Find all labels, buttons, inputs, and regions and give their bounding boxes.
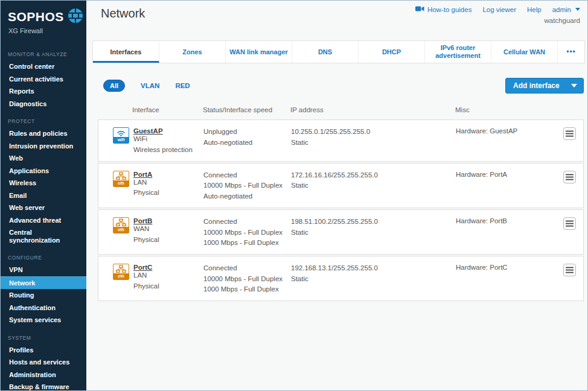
- table-header: Interface Status/Interface speed IP addr…: [98, 102, 584, 119]
- interface-filters: All VLAN RED: [103, 80, 190, 92]
- row-menu-button[interactable]: [563, 127, 576, 140]
- sidebar-item-backup-firmware[interactable]: Backup & firmware: [1, 381, 86, 390]
- brand-logo: SOPHOS: [1, 5, 86, 26]
- misc-value: PortC: [490, 264, 507, 271]
- hamburger-icon: [566, 130, 574, 137]
- sidebar-nav: MONITOR & ANALYZE Control centerCurrent …: [1, 49, 86, 390]
- tab-more-button[interactable]: •••: [558, 41, 584, 63]
- tab-bar: InterfacesZonesWAN link managerDNSDHCPIP…: [92, 40, 585, 63]
- sidebar-item-profiles[interactable]: Profiles: [1, 344, 86, 357]
- hamburger-icon: [566, 174, 574, 180]
- tab-cellular-wan[interactable]: Cellular WAN: [491, 41, 558, 63]
- sidebar-section: PROTECT Rules and policiesIntrusion prev…: [1, 116, 86, 246]
- interface-name-link[interactable]: PortC: [133, 264, 152, 271]
- add-interface-button[interactable]: Add interface: [505, 78, 584, 94]
- hamburger-icon: [566, 220, 574, 227]
- sidebar-section-items: ProfilesHosts and servicesAdministration…: [1, 344, 86, 391]
- top-links: How-to guides Log viewer Help admin watc…: [415, 5, 580, 24]
- how-to-guides-link[interactable]: How-to guides: [415, 5, 472, 13]
- filter-vlan[interactable]: VLAN: [141, 82, 159, 89]
- controls-row: All VLAN RED Add interface: [103, 78, 584, 94]
- misc-label: Hardware:: [456, 217, 488, 224]
- row-menu-button[interactable]: [563, 171, 576, 183]
- column-misc: Misc: [455, 106, 560, 115]
- sidebar-section-items: Rules and policiesIntrusion preventionWe…: [1, 127, 86, 246]
- interface-row: eth PortB WANPhysical Connected10000 Mbp…: [98, 209, 584, 255]
- filter-all[interactable]: All: [103, 80, 125, 92]
- sidebar-item-email[interactable]: Email: [1, 189, 86, 202]
- sidebar-item-system-services[interactable]: System services: [1, 314, 86, 326]
- sidebar-section-title: MONITOR & ANALYZE: [1, 49, 86, 60]
- interface-name-link[interactable]: PortB: [133, 217, 152, 224]
- row-menu-button[interactable]: [563, 264, 576, 276]
- interface-table: wifi GuestAP WiFiWireless protection Unp…: [98, 119, 584, 302]
- sophos-shield-icon: [68, 8, 83, 26]
- interface-row: wifi GuestAP WiFiWireless protection Unp…: [98, 119, 584, 162]
- sidebar-item-hosts-and-services[interactable]: Hosts and services: [1, 356, 86, 369]
- sidebar-item-current-activities[interactable]: Current activities: [1, 73, 86, 86]
- chevron-down-icon: [575, 8, 580, 11]
- tab-interfaces[interactable]: Interfaces: [93, 41, 159, 63]
- filter-red[interactable]: RED: [175, 82, 190, 89]
- page-title: Network: [101, 5, 145, 21]
- sidebar-section: CONFIGURE VPNNetworkRoutingAuthenticatio…: [1, 252, 86, 326]
- video-camera-icon: [415, 5, 424, 13]
- hamburger-icon: [566, 267, 574, 273]
- sidebar-item-central-synchronization[interactable]: Central synchronization: [1, 226, 86, 246]
- help-link[interactable]: Help: [527, 6, 542, 13]
- eth-interface-icon: eth: [113, 264, 129, 280]
- sidebar-item-web-server[interactable]: Web server: [1, 202, 86, 214]
- sidebar-item-applications[interactable]: Applications: [1, 165, 86, 177]
- topbar: Network How-to guides Log viewer Help ad…: [86, 1, 587, 39]
- misc-value: PortA: [490, 171, 507, 178]
- interface-row: eth PortC LANPhysical Connected10000 Mbp…: [98, 256, 584, 301]
- main-area: Network How-to guides Log viewer Help ad…: [86, 1, 587, 390]
- wifi-interface-icon: wifi: [113, 127, 129, 144]
- eth-interface-icon: eth: [113, 171, 129, 187]
- sidebar: SOPHOS XG Firewall MONITOR & ANALYZE Con…: [1, 1, 86, 390]
- chevron-down-icon: [571, 84, 577, 87]
- column-status: Status/Interface speed: [203, 106, 290, 115]
- eth-interface-icon: eth: [113, 217, 129, 234]
- sidebar-section-title: SYSTEM: [1, 332, 86, 344]
- sidebar-item-web[interactable]: Web: [1, 152, 86, 165]
- sidebar-section-items: VPNNetworkRoutingAuthenticationSystem se…: [1, 264, 86, 326]
- sidebar-item-network[interactable]: Network: [1, 276, 86, 290]
- misc-label: Hardware:: [456, 171, 488, 178]
- sidebar-section-title: CONFIGURE: [1, 252, 86, 264]
- sidebar-item-reports[interactable]: Reports: [1, 85, 86, 98]
- admin-menu[interactable]: admin: [552, 6, 580, 13]
- tab-dns[interactable]: DNS: [292, 41, 359, 63]
- sidebar-item-rules-and-policies[interactable]: Rules and policies: [1, 127, 86, 140]
- sidebar-item-diagnostics[interactable]: Diagnostics: [1, 98, 86, 110]
- column-interface: Interface: [112, 106, 203, 115]
- sidebar-item-administration[interactable]: Administration: [1, 369, 86, 381]
- interface-name-link[interactable]: PortA: [133, 171, 152, 178]
- brand-product: XG Firewall: [1, 26, 86, 34]
- brand-name: SOPHOS: [8, 10, 64, 24]
- row-menu-button[interactable]: [563, 217, 576, 230]
- sidebar-section-title: PROTECT: [1, 116, 86, 127]
- tab-ipv6-router-advertisement[interactable]: IPv6 router advertisement: [425, 41, 491, 63]
- sidebar-item-advanced-threat[interactable]: Advanced threat: [1, 214, 86, 227]
- sidebar-section: SYSTEM ProfilesHosts and servicesAdminis…: [1, 332, 86, 391]
- sidebar-item-intrusion-prevention[interactable]: Intrusion prevention: [1, 140, 86, 153]
- tab-wan-link-manager[interactable]: WAN link manager: [226, 41, 292, 63]
- misc-label: Hardware:: [456, 264, 488, 271]
- misc-value: PortB: [490, 217, 507, 224]
- sidebar-item-vpn[interactable]: VPN: [1, 264, 86, 276]
- log-viewer-link[interactable]: Log viewer: [482, 6, 516, 13]
- sidebar-section: MONITOR & ANALYZE Control centerCurrent …: [1, 49, 86, 110]
- device-name: watchguard: [545, 17, 580, 24]
- sidebar-item-routing[interactable]: Routing: [1, 289, 86, 302]
- sidebar-item-wireless[interactable]: Wireless: [1, 177, 86, 189]
- column-ip: IP address: [290, 106, 455, 115]
- sidebar-item-control-center[interactable]: Control center: [1, 60, 86, 73]
- app-window: SOPHOS XG Firewall MONITOR & ANALYZE Con…: [0, 0, 588, 391]
- tab-zones[interactable]: Zones: [159, 41, 226, 63]
- tab-dhcp[interactable]: DHCP: [359, 41, 425, 63]
- interface-name-link[interactable]: GuestAP: [133, 127, 163, 135]
- interface-row: eth PortA LANPhysical Connected10000 Mbp…: [98, 163, 584, 208]
- sidebar-item-authentication[interactable]: Authentication: [1, 302, 86, 314]
- misc-value: GuestAP: [490, 127, 517, 135]
